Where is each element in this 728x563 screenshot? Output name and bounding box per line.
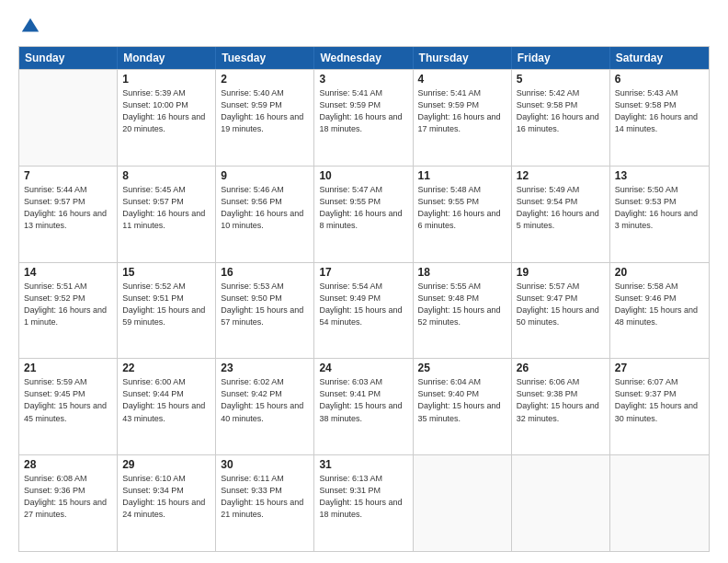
day-number: 14	[24, 266, 112, 279]
day-cell-13: 13Sunrise: 5:50 AM Sunset: 9:53 PM Dayli…	[610, 167, 709, 262]
logo	[18, 17, 40, 37]
calendar-row-5: 28Sunrise: 6:08 AM Sunset: 9:36 PM Dayli…	[19, 454, 709, 551]
day-cell-4: 4Sunrise: 5:41 AM Sunset: 9:59 PM Daylig…	[414, 70, 512, 166]
day-cell-25: 25Sunrise: 6:04 AM Sunset: 9:40 PM Dayli…	[414, 359, 512, 454]
day-info: Sunrise: 5:43 AM Sunset: 9:58 PM Dayligh…	[615, 87, 704, 135]
day-info: Sunrise: 5:48 AM Sunset: 9:55 PM Dayligh…	[418, 184, 506, 232]
day-number: 17	[319, 266, 407, 279]
day-number: 27	[615, 362, 704, 374]
day-number: 4	[418, 73, 506, 86]
day-cell-19: 19Sunrise: 5:57 AM Sunset: 9:47 PM Dayli…	[512, 263, 610, 359]
day-number: 20	[615, 266, 704, 279]
day-number: 19	[517, 266, 605, 279]
day-cell-20: 20Sunrise: 5:58 AM Sunset: 9:46 PM Dayli…	[610, 263, 709, 359]
header-cell-tuesday: Tuesday	[216, 47, 314, 69]
day-cell-8: 8Sunrise: 5:45 AM Sunset: 9:57 PM Daylig…	[118, 167, 216, 262]
logo-icon	[20, 17, 40, 37]
day-cell-empty	[19, 70, 118, 166]
day-number: 29	[122, 458, 210, 471]
day-number: 25	[418, 362, 506, 374]
day-cell-3: 3Sunrise: 5:41 AM Sunset: 9:59 PM Daylig…	[314, 70, 413, 166]
header	[18, 17, 710, 37]
day-cell-31: 31Sunrise: 6:13 AM Sunset: 9:31 PM Dayli…	[314, 455, 413, 551]
calendar-row-4: 21Sunrise: 5:59 AM Sunset: 9:45 PM Dayli…	[19, 358, 709, 454]
day-info: Sunrise: 6:13 AM Sunset: 9:31 PM Dayligh…	[319, 473, 407, 521]
day-info: Sunrise: 5:57 AM Sunset: 9:47 PM Dayligh…	[517, 281, 605, 328]
day-number: 28	[24, 458, 112, 471]
day-cell-28: 28Sunrise: 6:08 AM Sunset: 9:36 PM Dayli…	[19, 455, 118, 551]
day-cell-12: 12Sunrise: 5:49 AM Sunset: 9:54 PM Dayli…	[512, 167, 610, 262]
day-info: Sunrise: 6:02 AM Sunset: 9:42 PM Dayligh…	[221, 376, 309, 424]
day-cell-30: 30Sunrise: 6:11 AM Sunset: 9:33 PM Dayli…	[216, 455, 314, 551]
day-info: Sunrise: 5:46 AM Sunset: 9:56 PM Dayligh…	[221, 184, 309, 232]
day-cell-18: 18Sunrise: 5:55 AM Sunset: 9:48 PM Dayli…	[414, 263, 512, 359]
day-info: Sunrise: 6:07 AM Sunset: 9:37 PM Dayligh…	[615, 376, 704, 424]
day-number: 26	[517, 362, 605, 374]
day-info: Sunrise: 5:39 AM Sunset: 10:00 PM Daylig…	[122, 87, 210, 135]
day-number: 23	[221, 362, 309, 374]
calendar-body: 1Sunrise: 5:39 AM Sunset: 10:00 PM Dayli…	[19, 69, 709, 551]
day-cell-empty	[610, 455, 709, 551]
day-info: Sunrise: 5:55 AM Sunset: 9:48 PM Dayligh…	[418, 281, 506, 328]
day-number: 21	[24, 362, 112, 374]
page: SundayMondayTuesdayWednesdayThursdayFrid…	[0, 0, 728, 563]
day-number: 3	[319, 73, 407, 86]
day-number: 11	[418, 169, 506, 182]
day-cell-17: 17Sunrise: 5:54 AM Sunset: 9:49 PM Dayli…	[314, 263, 413, 359]
header-cell-saturday: Saturday	[610, 47, 709, 69]
header-cell-monday: Monday	[118, 47, 216, 69]
day-info: Sunrise: 6:11 AM Sunset: 9:33 PM Dayligh…	[221, 473, 309, 521]
day-cell-23: 23Sunrise: 6:02 AM Sunset: 9:42 PM Dayli…	[216, 359, 314, 454]
day-cell-5: 5Sunrise: 5:42 AM Sunset: 9:58 PM Daylig…	[512, 70, 610, 166]
header-cell-friday: Friday	[512, 47, 610, 69]
day-number: 10	[319, 169, 407, 182]
day-number: 24	[319, 362, 407, 374]
day-cell-27: 27Sunrise: 6:07 AM Sunset: 9:37 PM Dayli…	[610, 359, 709, 454]
day-info: Sunrise: 5:59 AM Sunset: 9:45 PM Dayligh…	[24, 376, 112, 424]
header-cell-sunday: Sunday	[19, 47, 118, 69]
day-info: Sunrise: 6:06 AM Sunset: 9:38 PM Dayligh…	[517, 376, 605, 424]
day-number: 15	[122, 266, 210, 279]
day-number: 13	[615, 169, 704, 182]
day-info: Sunrise: 5:41 AM Sunset: 9:59 PM Dayligh…	[319, 87, 407, 135]
day-number: 6	[615, 73, 704, 86]
calendar-row-3: 14Sunrise: 5:51 AM Sunset: 9:52 PM Dayli…	[19, 262, 709, 359]
day-number: 16	[221, 266, 309, 279]
header-cell-thursday: Thursday	[414, 47, 512, 69]
day-number: 30	[221, 458, 309, 471]
day-cell-1: 1Sunrise: 5:39 AM Sunset: 10:00 PM Dayli…	[118, 70, 216, 166]
day-number: 12	[517, 169, 605, 182]
day-info: Sunrise: 6:08 AM Sunset: 9:36 PM Dayligh…	[24, 473, 112, 521]
day-cell-2: 2Sunrise: 5:40 AM Sunset: 9:59 PM Daylig…	[216, 70, 314, 166]
day-cell-16: 16Sunrise: 5:53 AM Sunset: 9:50 PM Dayli…	[216, 263, 314, 359]
header-cell-wednesday: Wednesday	[314, 47, 413, 69]
day-info: Sunrise: 5:50 AM Sunset: 9:53 PM Dayligh…	[615, 184, 704, 232]
day-cell-14: 14Sunrise: 5:51 AM Sunset: 9:52 PM Dayli…	[19, 263, 118, 359]
svg-marker-0	[22, 18, 39, 32]
calendar-row-1: 1Sunrise: 5:39 AM Sunset: 10:00 PM Dayli…	[19, 69, 709, 166]
day-info: Sunrise: 6:04 AM Sunset: 9:40 PM Dayligh…	[418, 376, 506, 424]
day-info: Sunrise: 5:51 AM Sunset: 9:52 PM Dayligh…	[24, 281, 112, 328]
day-number: 22	[122, 362, 210, 374]
day-number: 18	[418, 266, 506, 279]
day-info: Sunrise: 5:40 AM Sunset: 9:59 PM Dayligh…	[221, 87, 309, 135]
day-cell-10: 10Sunrise: 5:47 AM Sunset: 9:55 PM Dayli…	[314, 167, 413, 262]
day-info: Sunrise: 5:42 AM Sunset: 9:58 PM Dayligh…	[517, 87, 605, 135]
day-number: 9	[221, 169, 309, 182]
day-info: Sunrise: 6:10 AM Sunset: 9:34 PM Dayligh…	[122, 473, 210, 521]
day-cell-empty	[512, 455, 610, 551]
day-cell-empty	[414, 455, 512, 551]
day-number: 8	[122, 169, 210, 182]
day-info: Sunrise: 6:03 AM Sunset: 9:41 PM Dayligh…	[319, 376, 407, 424]
day-cell-15: 15Sunrise: 5:52 AM Sunset: 9:51 PM Dayli…	[118, 263, 216, 359]
calendar-row-2: 7Sunrise: 5:44 AM Sunset: 9:57 PM Daylig…	[19, 166, 709, 262]
day-info: Sunrise: 5:41 AM Sunset: 9:59 PM Dayligh…	[418, 87, 506, 135]
day-cell-21: 21Sunrise: 5:59 AM Sunset: 9:45 PM Dayli…	[19, 359, 118, 454]
day-number: 1	[122, 73, 210, 86]
day-cell-22: 22Sunrise: 6:00 AM Sunset: 9:44 PM Dayli…	[118, 359, 216, 454]
day-info: Sunrise: 5:49 AM Sunset: 9:54 PM Dayligh…	[517, 184, 605, 232]
day-cell-6: 6Sunrise: 5:43 AM Sunset: 9:58 PM Daylig…	[610, 70, 709, 166]
day-number: 2	[221, 73, 309, 86]
calendar: SundayMondayTuesdayWednesdayThursdayFrid…	[18, 46, 710, 552]
day-cell-26: 26Sunrise: 6:06 AM Sunset: 9:38 PM Dayli…	[512, 359, 610, 454]
